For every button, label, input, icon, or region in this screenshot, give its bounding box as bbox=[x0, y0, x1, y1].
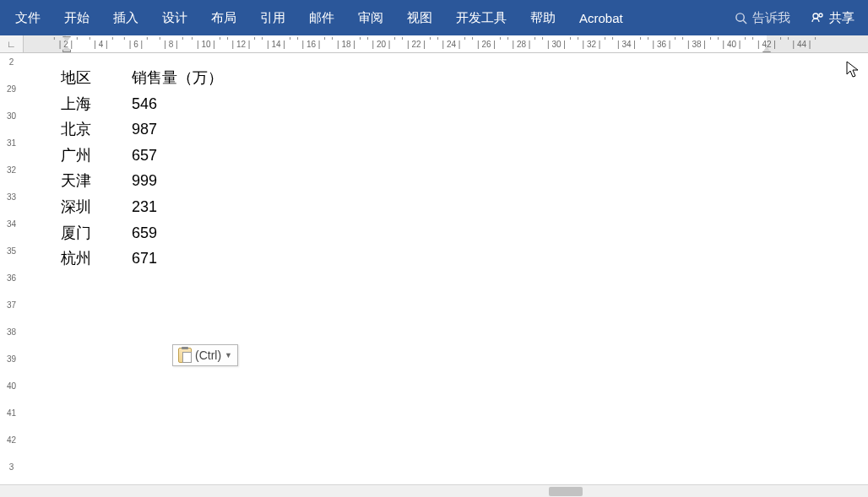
ruler-tick: | 20 | bbox=[372, 40, 391, 49]
ruler-tick: | 10 | bbox=[197, 40, 215, 49]
tab-references[interactable]: 引用 bbox=[248, 2, 297, 35]
svg-point-3 bbox=[819, 14, 822, 17]
ribbon-right: 告诉我 共享 bbox=[724, 2, 865, 35]
ruler-tick: | 44 | bbox=[793, 40, 811, 49]
tab-design[interactable]: 设计 bbox=[150, 2, 199, 35]
cell-region: 深圳 bbox=[61, 194, 132, 220]
tab-review[interactable]: 审阅 bbox=[346, 2, 395, 35]
horizontal-scrollbar[interactable] bbox=[0, 484, 868, 497]
table-row: 杭州 671 bbox=[61, 246, 263, 272]
cell-sales: 987 bbox=[132, 116, 263, 143]
tab-home[interactable]: 开始 bbox=[52, 2, 101, 35]
tab-file[interactable]: 文件 bbox=[3, 2, 52, 35]
ruler-tick: | 6 | bbox=[129, 40, 143, 49]
chevron-down-icon: ▼ bbox=[225, 351, 232, 359]
header-sales: 销售量（万） bbox=[132, 65, 263, 91]
ruler-tick: | 22 | bbox=[407, 40, 426, 49]
ruler-tick: 33 bbox=[7, 192, 16, 202]
sales-table: 地区 销售量（万） 上海 546 北京 987 广州 657 天津 999 深圳… bbox=[61, 65, 263, 272]
tab-developer[interactable]: 开发工具 bbox=[444, 2, 518, 35]
ruler-tick: 30 bbox=[7, 111, 16, 121]
tab-acrobat[interactable]: Acrobat bbox=[567, 3, 635, 34]
ruler-tick: | 40 | bbox=[723, 40, 741, 49]
ruler-tick: | 24 | bbox=[442, 40, 461, 49]
table-row: 上海 546 bbox=[61, 91, 263, 117]
cell-sales: 231 bbox=[132, 194, 263, 220]
ruler-tick: 39 bbox=[7, 354, 16, 364]
svg-line-1 bbox=[743, 20, 746, 24]
ruler-tick: | 12 | bbox=[232, 40, 251, 49]
svg-point-2 bbox=[813, 14, 818, 19]
ruler-tick: | 16 | bbox=[302, 40, 321, 49]
ruler-tick: 36 bbox=[7, 273, 16, 283]
search-icon bbox=[735, 12, 747, 24]
ruler-tick: | 38 | bbox=[687, 40, 706, 49]
ruler-tick: 31 bbox=[7, 138, 16, 148]
tab-help[interactable]: 帮助 bbox=[518, 2, 567, 35]
ruler-tick: 32 bbox=[7, 165, 16, 175]
share-icon bbox=[811, 11, 824, 24]
vertical-ruler[interactable]: 229303132333435363738394041423 bbox=[0, 53, 24, 484]
ruler-tick: | 30 | bbox=[547, 40, 566, 49]
ruler-tick: | 36 | bbox=[653, 40, 671, 49]
table-row: 天津 999 bbox=[61, 168, 263, 194]
tell-me-search[interactable]: 告诉我 bbox=[724, 2, 800, 35]
ruler-tick: | 32 | bbox=[583, 40, 601, 49]
ruler-tick: 2 bbox=[9, 57, 14, 67]
ruler-tick: 3 bbox=[9, 462, 14, 472]
ruler-tick: 42 bbox=[7, 435, 16, 445]
cell-region: 天津 bbox=[61, 168, 132, 194]
cell-region: 上海 bbox=[61, 91, 132, 117]
cell-sales: 657 bbox=[132, 143, 263, 169]
ruler-tick: 34 bbox=[7, 219, 16, 229]
cell-region: 杭州 bbox=[61, 246, 132, 272]
table-row: 厦门 659 bbox=[61, 220, 263, 246]
ruler-tick: | 8 | bbox=[164, 40, 177, 49]
header-region: 地区 bbox=[61, 65, 132, 91]
ruler-tick: 37 bbox=[7, 300, 16, 310]
horizontal-ruler[interactable]: | 2 || 4 || 6 || 8 || 10 || 12 || 14 || … bbox=[24, 35, 868, 52]
ruler-tick: | 18 | bbox=[337, 40, 355, 49]
document-page[interactable]: 地区 销售量（万） 上海 546 北京 987 广州 657 天津 999 深圳… bbox=[24, 53, 868, 484]
cell-sales: 546 bbox=[132, 91, 263, 117]
tab-layout[interactable]: 布局 bbox=[199, 2, 248, 35]
paste-options-button[interactable]: (Ctrl) ▼ bbox=[172, 344, 238, 366]
ruler-tick: 40 bbox=[7, 381, 16, 391]
ribbon-tabs-bar: 文件 开始 插入 设计 布局 引用 邮件 审阅 视图 开发工具 帮助 Acrob… bbox=[0, 0, 868, 35]
ruler-container: ∟ | 2 || 4 || 6 || 8 || 10 || 12 || 14 |… bbox=[0, 35, 868, 53]
tab-selector[interactable]: ∟ bbox=[0, 35, 24, 52]
tab-stop-glyph: ∟ bbox=[7, 39, 16, 49]
ruler-tick: 41 bbox=[7, 408, 16, 418]
tell-me-placeholder: 告诉我 bbox=[752, 10, 790, 26]
cell-sales: 671 bbox=[132, 246, 263, 272]
ruler-tick: | 28 | bbox=[513, 40, 531, 49]
cell-region: 广州 bbox=[61, 143, 132, 169]
cell-sales: 659 bbox=[132, 220, 263, 246]
cell-region: 北京 bbox=[61, 116, 132, 143]
table-row: 深圳 231 bbox=[61, 194, 263, 220]
paste-options-label: (Ctrl) bbox=[195, 348, 221, 362]
main-area: 229303132333435363738394041423 地区 销售量（万）… bbox=[0, 53, 868, 484]
ruler-tick: | 26 | bbox=[477, 40, 496, 49]
scrollbar-thumb[interactable] bbox=[549, 487, 583, 496]
table-row: 广州 657 bbox=[61, 143, 263, 169]
tab-insert[interactable]: 插入 bbox=[101, 2, 150, 35]
share-label: 共享 bbox=[829, 10, 854, 26]
ruler-tick: 35 bbox=[7, 246, 16, 256]
ruler-tick: | 34 | bbox=[617, 40, 636, 49]
table-row: 北京 987 bbox=[61, 116, 263, 143]
cell-region: 厦门 bbox=[61, 220, 132, 246]
svg-point-0 bbox=[736, 13, 744, 20]
ruler-tick: | 4 | bbox=[94, 40, 107, 49]
ruler-tick: 29 bbox=[7, 84, 16, 94]
tab-mailings[interactable]: 邮件 bbox=[297, 2, 346, 35]
ruler-tick: 38 bbox=[7, 327, 16, 337]
tab-view[interactable]: 视图 bbox=[395, 2, 444, 35]
ruler-tick: | 14 | bbox=[267, 40, 285, 49]
clipboard-icon bbox=[178, 348, 192, 363]
share-button[interactable]: 共享 bbox=[800, 2, 865, 35]
cell-sales: 999 bbox=[132, 168, 263, 194]
table-header-row: 地区 销售量（万） bbox=[61, 65, 263, 91]
